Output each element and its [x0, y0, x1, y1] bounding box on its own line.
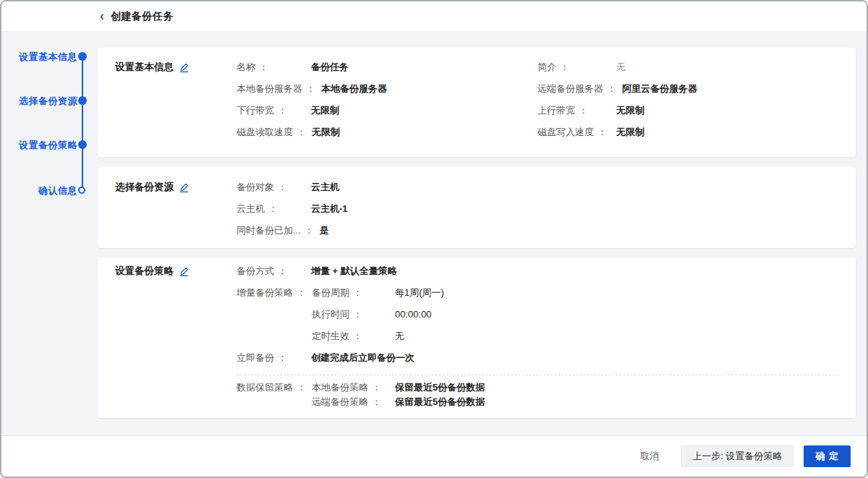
field-value: 无限制: [312, 121, 340, 143]
field-row: 磁盘读取速度： 无限制: [237, 121, 537, 143]
field-row: 远端备份服务器： 阿里云备份服务器: [537, 78, 838, 100]
retention-policy-group: 数据保留策略： 本地备份策略： 保留最近5份备份数据 远端备份策略： 保留最近5…: [237, 380, 838, 409]
field-row: 备份方式： 增量 + 默认全量策略: [237, 260, 838, 282]
field-label: 名称: [237, 61, 255, 72]
back-button[interactable]: ‹: [100, 10, 104, 23]
edit-basic-info-button[interactable]: [179, 63, 189, 72]
field-row: 下行带宽： 无限制: [237, 100, 537, 121]
field-label: 执行时间: [312, 309, 349, 320]
steps-connector-line: [82, 56, 83, 190]
field-row: 定时生效： 无: [312, 325, 838, 347]
field-row: 云主机： 云主机-1: [237, 198, 838, 220]
field-label: 立即备份: [237, 352, 274, 363]
field-value: 创建完成后立即备份一次: [311, 347, 414, 369]
confirm-button[interactable]: 确 定: [804, 445, 851, 467]
field-label: 远端备份服务器: [537, 83, 603, 94]
field-value: 保留最近5份备份数据: [395, 395, 485, 409]
card-select-resource: 选择备份资源 备份对象： 云主机 云主机： 云: [98, 166, 856, 248]
field-value: 是: [320, 220, 329, 242]
field-label: 备份周期: [312, 287, 349, 298]
field-label: 增量备份策略: [237, 287, 293, 298]
field-row: 同时备份已加...： 是: [237, 220, 838, 242]
edit-resource-button[interactable]: [179, 183, 189, 192]
back-chevron-icon: ‹: [100, 9, 104, 22]
summary-cards: 设置基本信息 名称： 备份任务: [98, 32, 856, 418]
step-dot-filled-icon: [78, 140, 87, 149]
step-label: 设置备份策略: [19, 140, 77, 150]
step-basic-info[interactable]: 设置基本信息: [1, 49, 77, 64]
field-label: 远端备份策略: [312, 396, 368, 407]
step-label: 确认信息: [38, 185, 77, 196]
page-header: ‹ 创建备份任务: [1, 1, 867, 32]
field-row: 本地备份服务器： 本地备份服务器: [237, 78, 537, 100]
field-value: 每1周(周一): [395, 282, 444, 304]
field-value: 无: [616, 56, 626, 78]
create-backup-task-window: ‹ 创建备份任务 设置基本信息 选择备份资源 设置备份策略 确认信息: [0, 0, 868, 478]
edit-policy-button[interactable]: [179, 267, 189, 276]
field-value: 本地备份服务器: [321, 78, 387, 100]
field-label: 磁盘写入速度: [537, 127, 594, 137]
wizard-content: 设置基本信息 选择备份资源 设置备份策略 确认信息 设置基本信息: [1, 32, 867, 435]
field-label: 云主机: [237, 203, 265, 214]
field-label: 本地备份策略: [312, 382, 368, 393]
field-row: 备份对象： 云主机: [237, 176, 838, 198]
field-label: 数据保留策略: [237, 382, 293, 393]
wizard-steps: 设置基本信息 选择备份资源 设置备份策略 确认信息: [1, 32, 98, 435]
card-title: 选择备份资源: [115, 176, 174, 198]
step-dot-hollow-icon: [78, 187, 85, 194]
field-row: 磁盘写入速度： 无限制: [537, 121, 838, 143]
cancel-button[interactable]: 取消: [636, 445, 663, 467]
card-basic-info: 设置基本信息 名称： 备份任务: [98, 48, 856, 157]
step-dot-filled-icon: [78, 96, 87, 105]
step-backup-policy[interactable]: 设置备份策略: [1, 137, 77, 152]
card-title: 设置基本信息: [115, 56, 174, 78]
previous-step-button[interactable]: 上一步: 设置备份策略: [681, 445, 793, 467]
pencil-edit-icon: [179, 183, 189, 192]
field-label: 同时备份已加...: [237, 225, 301, 236]
card-title: 设置备份策略: [115, 260, 174, 282]
field-row: 备份周期： 每1周(周一): [312, 282, 838, 304]
field-value: 无限制: [616, 121, 644, 143]
card-backup-policy: 设置备份策略 备份方式： 增量 + 默认全量策略 增量备份策略：: [98, 257, 856, 418]
action-bar: 取消 上一步: 设置备份策略 确 定: [1, 435, 867, 477]
field-value: 无: [395, 325, 404, 347]
field-label: 备份方式: [237, 265, 274, 276]
field-row: 名称： 备份任务: [237, 56, 537, 78]
field-label: 磁盘读取速度: [237, 127, 293, 137]
field-row: 简介： 无: [537, 56, 838, 78]
field-row: 立即备份： 创建完成后立即备份一次: [237, 347, 838, 369]
field-value: 00:00:00: [395, 304, 432, 325]
page-title: 创建备份任务: [111, 10, 174, 23]
dashed-divider: [237, 375, 838, 375]
step-label: 设置基本信息: [19, 51, 77, 62]
field-label: 简介: [537, 61, 556, 72]
field-label: 定时生效: [312, 330, 349, 341]
field-value: 保留最近5份备份数据: [395, 380, 485, 395]
step-select-resource[interactable]: 选择备份资源: [1, 93, 77, 108]
pencil-edit-icon: [179, 63, 189, 72]
field-value: 备份任务: [311, 56, 349, 78]
field-row: 上行带宽： 无限制: [537, 100, 838, 121]
field-value: 无限制: [616, 100, 644, 121]
incremental-policy-group: 增量备份策略： 备份周期： 每1周(周一) 执行时间： 00:00:00: [237, 282, 838, 347]
field-value: 云主机-1: [311, 198, 348, 220]
field-value: 阿里云备份服务器: [622, 78, 697, 100]
step-confirm-info[interactable]: 确认信息: [1, 183, 77, 197]
field-row: 执行时间： 00:00:00: [312, 304, 838, 325]
pencil-edit-icon: [179, 267, 189, 276]
field-row: 本地备份策略： 保留最近5份备份数据: [312, 380, 838, 395]
field-label: 下行带宽: [237, 105, 274, 116]
step-label: 选择备份资源: [19, 95, 77, 106]
field-value: 云主机: [311, 176, 339, 198]
field-row: 远端备份策略： 保留最近5份备份数据: [312, 395, 838, 409]
field-label: 上行带宽: [537, 105, 575, 116]
field-label: 本地备份服务器: [237, 83, 302, 94]
field-value: 增量 + 默认全量策略: [311, 260, 397, 282]
step-dot-filled-icon: [78, 52, 87, 61]
field-label: 备份对象: [237, 182, 274, 192]
field-value: 无限制: [311, 100, 339, 121]
